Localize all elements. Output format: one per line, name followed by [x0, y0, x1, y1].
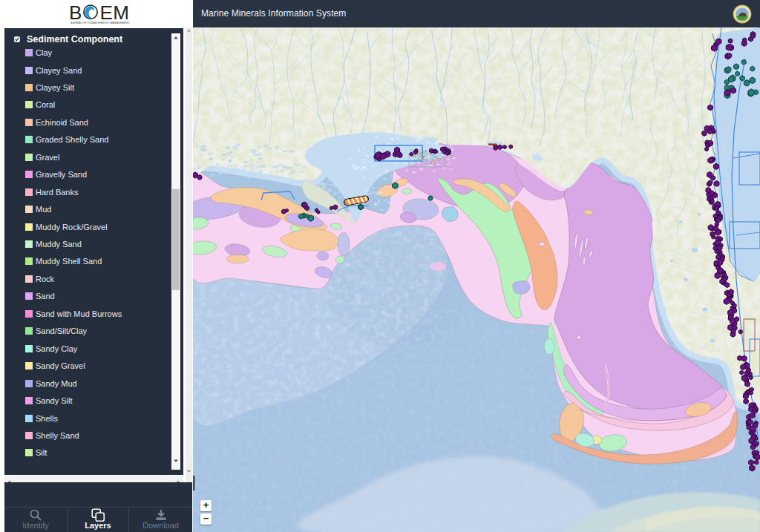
svg-text:BUREAU OF OCEAN ENERGY MANAGEM: BUREAU OF OCEAN ENERGY MANAGEMENT: [71, 22, 130, 24]
svg-text:EM: EM: [100, 1, 130, 24]
svg-text:B: B: [69, 1, 82, 24]
